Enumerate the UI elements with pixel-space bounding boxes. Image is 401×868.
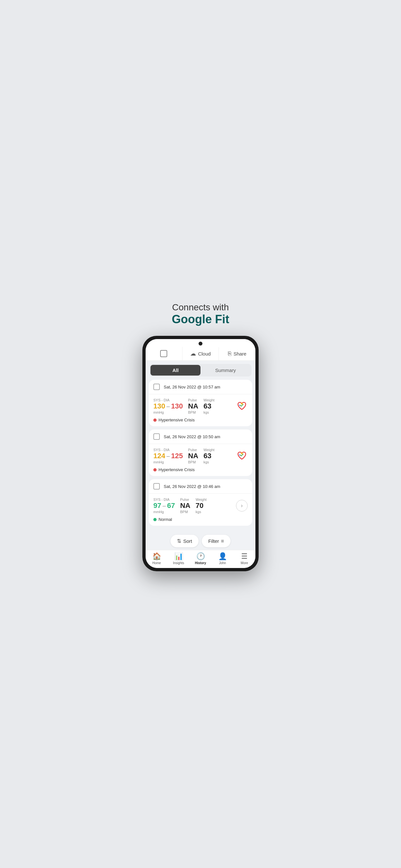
- status-text: Hypertensive Crisis: [158, 467, 195, 472]
- history-icon: 🕐: [196, 552, 205, 561]
- card-body: SYS - DIA 97 – 67 mmHg Pulse NA: [149, 494, 252, 526]
- svg-point-3: [239, 454, 240, 456]
- chevron-right-icon: ›: [241, 503, 243, 508]
- nav-item-history[interactable]: 🕐 History: [189, 552, 212, 565]
- share-label: Share: [234, 351, 246, 356]
- bp-label: SYS - DIA: [153, 448, 183, 452]
- status-dot: [153, 518, 157, 521]
- status-text: Normal: [158, 517, 172, 522]
- insights-label: Insights: [173, 561, 184, 565]
- tab-bar: All Summary: [150, 364, 251, 376]
- home-label: Home: [152, 561, 161, 565]
- weight-value: 63: [204, 403, 214, 410]
- cloud-icon: ☁: [190, 350, 196, 357]
- pulse-value: NA: [188, 403, 198, 410]
- bp-reading: 124 – 125: [153, 453, 183, 460]
- bp-reading: 97 – 67: [153, 502, 175, 509]
- header-line1: Connects with: [172, 302, 229, 313]
- bp-unit: mmHg: [153, 410, 183, 414]
- bp-separator: –: [166, 453, 170, 460]
- card-date: Sat, 26 Nov 2022 @ 10:46 am: [164, 484, 220, 489]
- pulse-value: NA: [180, 502, 190, 509]
- filter-icon: ≡: [221, 538, 224, 544]
- nav-item-insights[interactable]: 📊 Insights: [167, 552, 189, 565]
- nav-item-more[interactable]: ☰ More: [234, 552, 255, 565]
- nav-item-home[interactable]: 🏠 Home: [146, 552, 167, 565]
- bottom-nav: 🏠 Home 📊 Insights 🕐 History 👤 John ☰: [146, 550, 255, 568]
- weight-metric: Weight 63 kgs: [204, 448, 214, 464]
- card-header: Sat, 26 Nov 2022 @ 10:57 am: [149, 380, 252, 394]
- tab-all[interactable]: All: [150, 365, 201, 376]
- card-metrics: SYS - DIA 97 – 67 mmHg Pulse NA: [153, 498, 248, 514]
- card-body: SYS - DIA 130 – 130 mmHg Pulse N: [149, 394, 252, 426]
- pulse-unit: BPM: [188, 410, 198, 414]
- card-date: Sat, 26 Nov 2022 @ 10:50 am: [164, 434, 220, 439]
- card-metrics: SYS - DIA 124 – 125 mmHg Pulse N: [153, 448, 248, 464]
- reading-card: Sat, 26 Nov 2022 @ 10:57 am SYS - DIA 13…: [149, 380, 252, 426]
- weight-unit: kgs: [204, 410, 214, 414]
- bp-metric: SYS - DIA 130 – 130 mmHg: [153, 398, 183, 414]
- weight-metric: Weight 63 kgs: [204, 398, 214, 414]
- pulse-value: NA: [188, 453, 198, 460]
- pulse-metric: Pulse NA BPM: [188, 448, 198, 464]
- content-area: Sat, 26 Nov 2022 @ 10:57 am SYS - DIA 13…: [146, 380, 255, 532]
- detail-arrow-button[interactable]: ›: [236, 500, 248, 512]
- card-header: Sat, 26 Nov 2022 @ 10:50 am: [149, 430, 252, 444]
- pulse-unit: BPM: [180, 510, 190, 514]
- checkbox-toolbar-item[interactable]: [146, 347, 182, 361]
- history-label: History: [195, 561, 206, 565]
- bp-label: SYS - DIA: [153, 498, 175, 501]
- bp-separator: –: [162, 502, 166, 509]
- sys-value: 97: [153, 502, 161, 509]
- weight-label: Weight: [204, 398, 214, 402]
- bp-separator: –: [166, 403, 170, 410]
- status-dot: [153, 418, 157, 422]
- sort-label: Sort: [183, 538, 192, 544]
- card-metrics: SYS - DIA 130 – 130 mmHg Pulse N: [153, 398, 248, 414]
- weight-label: Weight: [196, 498, 207, 501]
- action-bar: ⇅ Sort Filter ≡: [146, 532, 255, 550]
- bp-metric: SYS - DIA 124 – 125 mmHg: [153, 448, 183, 464]
- nav-item-john[interactable]: 👤 John: [212, 552, 234, 565]
- card-header: Sat, 26 Nov 2022 @ 10:46 am: [149, 479, 252, 494]
- pulse-unit: BPM: [188, 460, 198, 464]
- pulse-label: Pulse: [188, 448, 198, 452]
- phone-screen: ☁ Cloud ⎘ Share All Summary: [146, 339, 255, 568]
- status-row: Hypertensive Crisis: [153, 467, 248, 472]
- pulse-label: Pulse: [188, 398, 198, 402]
- bp-label: SYS - DIA: [153, 398, 183, 402]
- john-label: John: [219, 561, 226, 565]
- card-date: Sat, 26 Nov 2022 @ 10:57 am: [164, 384, 220, 390]
- page-wrapper: Connects with Google Fit ☁ Cloud ⎘ Share: [134, 289, 267, 579]
- bp-metric: SYS - DIA 97 – 67 mmHg: [153, 498, 175, 514]
- tab-summary[interactable]: Summary: [201, 365, 251, 376]
- sys-value: 124: [153, 453, 165, 460]
- cloud-toolbar-item[interactable]: ☁ Cloud: [182, 347, 219, 361]
- card-checkbox[interactable]: [153, 483, 160, 490]
- filter-button[interactable]: Filter ≡: [202, 535, 230, 547]
- dia-value: 125: [171, 453, 183, 460]
- camera-dot: [198, 342, 203, 345]
- weight-metric: Weight 70 kgs: [196, 498, 207, 514]
- status-dot: [153, 468, 157, 471]
- sort-button[interactable]: ⇅ Sort: [171, 535, 198, 547]
- more-icon: ☰: [241, 552, 248, 561]
- header-line2: Google Fit: [172, 313, 229, 326]
- dia-value: 130: [171, 403, 183, 410]
- card-checkbox[interactable]: [153, 383, 160, 390]
- home-icon: 🏠: [152, 552, 161, 561]
- insights-icon: 📊: [174, 552, 183, 561]
- bp-unit: mmHg: [153, 460, 183, 464]
- pulse-metric: Pulse NA BPM: [188, 398, 198, 414]
- reading-card: Sat, 26 Nov 2022 @ 10:46 am SYS - DIA 97…: [149, 479, 252, 526]
- cloud-label: Cloud: [198, 351, 211, 356]
- sort-icon: ⇅: [177, 538, 181, 544]
- weight-value: 70: [196, 502, 207, 509]
- card-checkbox[interactable]: [153, 433, 160, 440]
- pulse-label: Pulse: [180, 498, 190, 501]
- phone-frame: ☁ Cloud ⎘ Share All Summary: [143, 336, 258, 571]
- share-toolbar-item[interactable]: ⎘ Share: [219, 347, 255, 361]
- select-all-checkbox[interactable]: [160, 350, 167, 357]
- status-text: Hypertensive Crisis: [158, 417, 195, 423]
- camera-area: [146, 339, 255, 347]
